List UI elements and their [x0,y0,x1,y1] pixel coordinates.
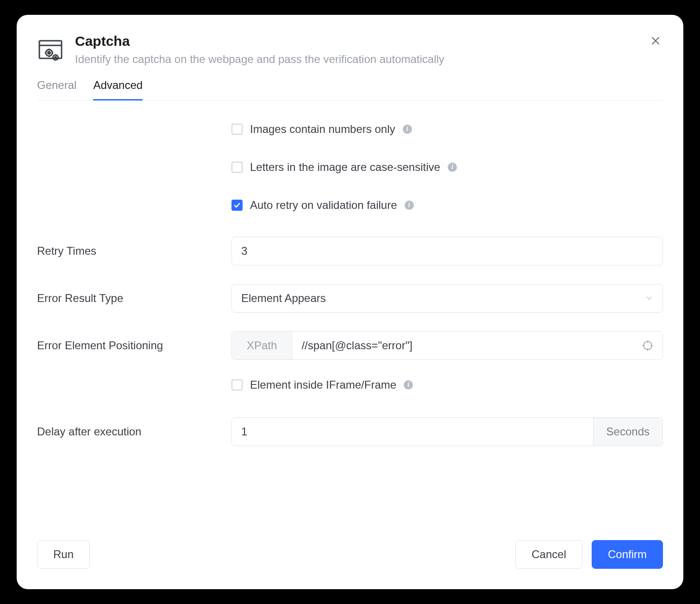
tabs: General Advanced [37,79,663,101]
captcha-settings-dialog: Captcha Identify the captcha on the webp… [17,15,683,589]
xpath-prefix[interactable]: XPath [232,332,292,359]
info-icon[interactable]: i [448,163,457,172]
delay-label: Delay after execution [37,425,231,438]
delay-input[interactable] [232,418,593,446]
auto-retry-checkbox[interactable] [231,200,243,211]
retry-times-label: Retry Times [37,245,231,258]
dialog-footer: Run Cancel Confirm [37,540,663,569]
dialog-subtitle: Identify the captcha on the webpage and … [75,53,663,66]
case-sensitive-label: Letters in the image are case-sensitive [250,161,440,174]
iframe-label: Element inside IFrame/Frame [250,378,396,391]
close-button[interactable] [648,33,663,50]
confirm-button[interactable]: Confirm [592,540,663,569]
auto-retry-label: Auto retry on validation failure [250,199,397,212]
xpath-input[interactable] [292,332,633,359]
tab-advanced[interactable]: Advanced [93,79,143,101]
svg-point-4 [47,51,51,55]
delay-input-group: Seconds [231,417,663,446]
info-icon[interactable]: i [403,125,412,134]
tab-general[interactable]: General [37,79,76,101]
error-result-type-value: Element Appears [241,292,326,305]
error-result-type-select[interactable]: Element Appears [231,284,663,313]
info-icon[interactable]: i [404,380,413,390]
xpath-input-group: XPath [231,331,663,360]
close-icon [650,35,661,46]
chevron-down-icon [645,292,653,305]
captcha-icon [37,36,64,65]
error-element-positioning-label: Error Element Positioning [37,339,231,352]
case-sensitive-checkbox[interactable] [231,162,243,173]
info-icon[interactable]: i [405,201,414,210]
numbers-only-label: Images contain numbers only [250,123,395,136]
dialog-title: Captcha [75,33,663,49]
iframe-checkbox[interactable] [231,379,243,390]
target-picker-button[interactable] [633,332,662,359]
target-icon [642,340,653,351]
run-button[interactable]: Run [37,540,90,569]
form-body: Images contain numbers only i Letters in… [37,123,663,540]
dialog-header: Captcha Identify the captcha on the webp… [37,33,663,66]
numbers-only-checkbox[interactable] [231,124,243,135]
delay-unit: Seconds [593,418,662,446]
retry-times-input[interactable] [231,237,663,265]
svg-point-10 [54,56,57,59]
error-result-type-label: Error Result Type [37,292,231,305]
cancel-button[interactable]: Cancel [515,540,582,569]
check-icon [233,201,241,209]
